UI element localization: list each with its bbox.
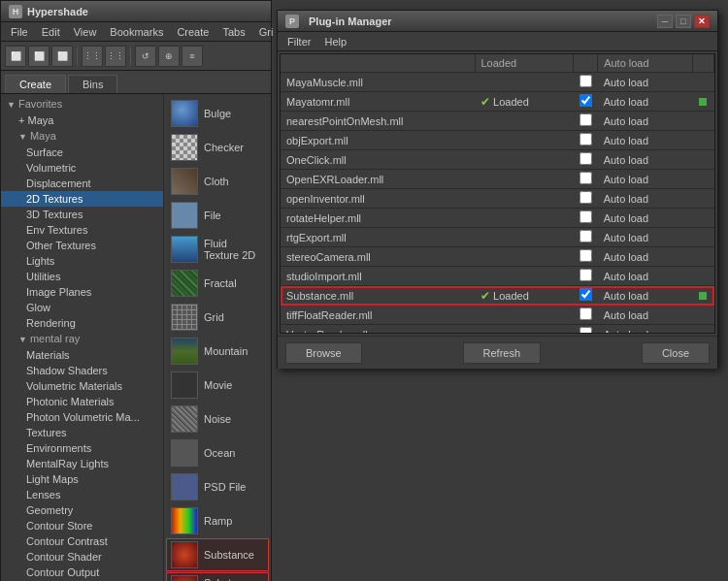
menu-tabs[interactable]: Tabs: [216, 24, 250, 40]
minimize-btn[interactable]: ─: [657, 15, 673, 28]
browse-button[interactable]: Browse: [285, 342, 362, 364]
refresh-button[interactable]: Refresh: [463, 342, 542, 364]
plugin-menu-help[interactable]: Help: [318, 34, 352, 49]
tree-image-planes[interactable]: Image Planes: [1, 284, 163, 300]
plugin-loaded-check[interactable]: [574, 150, 598, 170]
tab-create[interactable]: Create: [5, 75, 66, 93]
tree-contour-output[interactable]: Contour Output: [1, 565, 163, 580]
texture-psd[interactable]: PSD File: [166, 470, 269, 503]
tree-lights[interactable]: Lights: [1, 253, 163, 269]
tree-environments[interactable]: Environments: [1, 440, 163, 456]
plugin-menu-filter[interactable]: Filter: [281, 34, 316, 49]
tree-lenses[interactable]: Lenses: [1, 487, 163, 502]
tree-volumetric[interactable]: Volumetric: [1, 160, 163, 176]
plugin-loaded-check[interactable]: [574, 306, 598, 325]
tree-contour-store[interactable]: Contour Store: [1, 518, 163, 533]
plugin-loaded-check[interactable]: [574, 286, 598, 306]
tree-contour-contrast[interactable]: Contour Contrast: [1, 533, 163, 549]
toolbar-btn-6[interactable]: ↺: [135, 46, 156, 67]
tree-mental-ray[interactable]: ▼mental ray: [1, 331, 163, 347]
tab-bins[interactable]: Bins: [68, 75, 117, 93]
plugin-loaded-check[interactable]: [574, 247, 598, 267]
toolbar-btn-8[interactable]: ≡: [182, 46, 203, 67]
plugin-loaded-check[interactable]: [574, 170, 598, 189]
close-btn[interactable]: ✕: [694, 15, 710, 28]
close-button[interactable]: Close: [642, 342, 710, 364]
plugin-indicator: [693, 150, 714, 170]
tree-photonic-materials[interactable]: Photonic Materials: [1, 394, 163, 409]
plugin-loaded-check[interactable]: [574, 228, 598, 247]
toolbar-sep-1: [77, 48, 78, 65]
tree-light-maps[interactable]: Light Maps: [1, 471, 163, 487]
plugin-loaded-check[interactable]: [574, 92, 598, 112]
texture-substance-output[interactable]: Substance Output: [166, 572, 269, 581]
texture-mountain[interactable]: Mountain: [166, 335, 269, 368]
texture-substance[interactable]: Substance: [166, 538, 269, 571]
toolbar-btn-2[interactable]: ⬜: [28, 46, 50, 67]
tree-volumetric-materials[interactable]: Volumetric Materials: [1, 378, 163, 394]
texture-movie[interactable]: Movie: [166, 369, 269, 402]
texture-file[interactable]: File: [166, 199, 269, 232]
maximize-btn[interactable]: □: [676, 15, 691, 28]
texture-noise[interactable]: Noise: [166, 403, 269, 436]
tree-3d-textures[interactable]: 3D Textures: [1, 207, 163, 222]
texture-fractal[interactable]: Fractal: [166, 267, 269, 300]
plugin-loaded-check[interactable]: [574, 209, 598, 228]
texture-fluid[interactable]: Fluid Texture 2D: [166, 233, 269, 266]
toolbar-btn-4[interactable]: ⋮⋮: [82, 46, 103, 67]
menu-view[interactable]: View: [68, 24, 103, 40]
tree-contour-shader[interactable]: Contour Shader: [1, 549, 163, 565]
menu-bookmarks[interactable]: Bookmarks: [104, 24, 169, 40]
texture-grid[interactable]: Grid: [166, 301, 269, 334]
tree-geometry[interactable]: Geometry: [1, 502, 163, 518]
toolbar-btn-7[interactable]: ⊕: [158, 46, 180, 67]
plugin-loaded-check[interactable]: [574, 325, 598, 335]
tree-surface[interactable]: Surface: [1, 145, 163, 160]
plugin-row-stereocamera: stereoCamera.mll Auto load: [281, 247, 714, 267]
tree-other-textures[interactable]: Other Textures: [1, 238, 163, 253]
texture-cloth[interactable]: Cloth: [166, 165, 269, 198]
tree-shadow-shaders[interactable]: Shadow Shaders: [1, 363, 163, 378]
plugin-table-container[interactable]: Loaded Auto load MayaMuscle.mll Auto loa…: [280, 53, 715, 334]
menu-edit[interactable]: Edit: [36, 24, 66, 40]
plugin-name: stereoCamera.mll: [281, 247, 475, 267]
thumb-fractal: [171, 270, 198, 297]
tree-favorites[interactable]: ▼Favorites: [1, 96, 163, 113]
texture-bulge[interactable]: Bulge: [166, 97, 269, 130]
tree-rendering[interactable]: Rendering: [1, 315, 163, 331]
texture-checker-label: Checker: [204, 142, 244, 153]
tree-materials[interactable]: Materials: [1, 347, 163, 363]
tree-displacement[interactable]: Displacement: [1, 176, 163, 191]
plugin-loaded-check[interactable]: [574, 73, 598, 92]
menu-gri[interactable]: Gri: [253, 24, 280, 40]
texture-psd-label: PSD File: [204, 481, 246, 493]
tree-glow[interactable]: Glow: [1, 300, 163, 315]
menu-create[interactable]: Create: [171, 24, 215, 40]
plugin-loaded-check[interactable]: [574, 131, 598, 150]
tree-plus-maya[interactable]: + Maya: [1, 113, 163, 128]
col-indicator: [693, 54, 714, 73]
plugin-loaded-check[interactable]: [574, 189, 598, 209]
texture-ocean[interactable]: Ocean: [166, 436, 269, 469]
plugin-row-studioimport: studioImport.mll Auto load: [281, 267, 714, 286]
tree-env-textures[interactable]: Env Textures: [1, 222, 163, 238]
toolbar-btn-3[interactable]: ⬜: [51, 46, 73, 67]
plugin-menubar: Filter Help: [278, 32, 717, 51]
tree-maya[interactable]: ▼Maya: [1, 128, 163, 145]
menu-file[interactable]: File: [5, 24, 34, 40]
texture-checker[interactable]: Checker: [166, 131, 269, 164]
tree-mentalray-lights[interactable]: MentalRay Lights: [1, 456, 163, 471]
plugin-loaded-check[interactable]: [574, 267, 598, 286]
tree-textures[interactable]: Textures: [1, 425, 163, 440]
texture-cloth-label: Cloth: [204, 176, 229, 187]
plugin-loaded-check[interactable]: [574, 112, 598, 131]
toolbar-btn-5[interactable]: ⋮⋮: [105, 46, 126, 67]
tree-utilities[interactable]: Utilities: [1, 269, 163, 284]
plugin-loaded: [475, 267, 574, 286]
tree-photon-volumetric[interactable]: Photon Volumetric Ma...: [1, 409, 163, 425]
plugin-row-tiffloat: tiffFloatReader.mll Auto load: [281, 306, 714, 325]
toolbar-btn-1[interactable]: ⬜: [5, 46, 26, 67]
tree-2d-textures[interactable]: 2D Textures: [1, 191, 163, 207]
plugin-indicator: [693, 228, 714, 247]
texture-ramp[interactable]: Ramp: [166, 504, 269, 537]
